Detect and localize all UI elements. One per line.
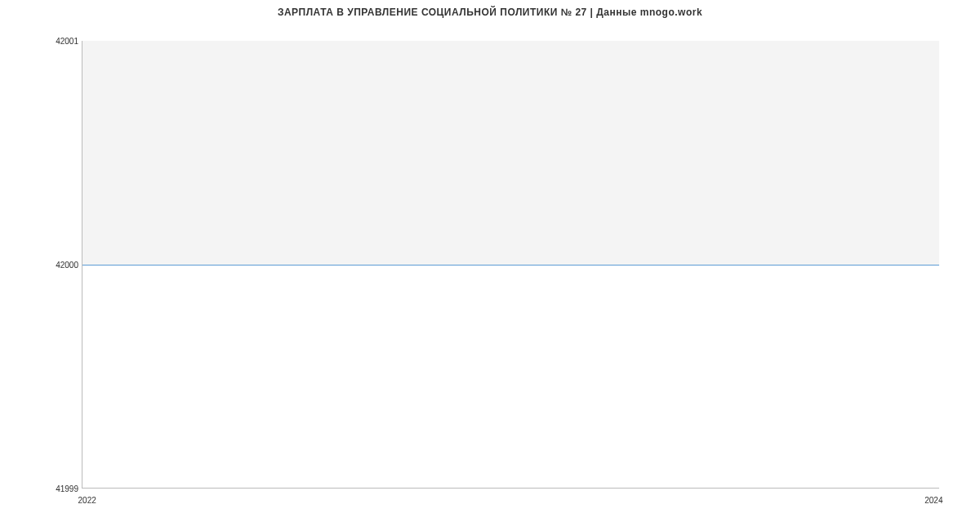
plot-area [82,41,939,489]
chart-container: ЗАРПЛАТА В УПРАВЛЕНИЕ СОЦИАЛЬНОЙ ПОЛИТИК… [0,0,980,531]
data-line [82,265,939,266]
y-axis-tick: 41999 [38,484,78,493]
x-axis-tick: 2022 [78,496,96,505]
y-axis-tick: 42000 [38,261,78,270]
y-axis-tick: 42001 [38,37,78,46]
x-axis-tick: 2024 [924,496,942,505]
plot-shaded-region [82,41,939,265]
chart-title: ЗАРПЛАТА В УПРАВЛЕНИЕ СОЦИАЛЬНОЙ ПОЛИТИК… [0,7,980,18]
